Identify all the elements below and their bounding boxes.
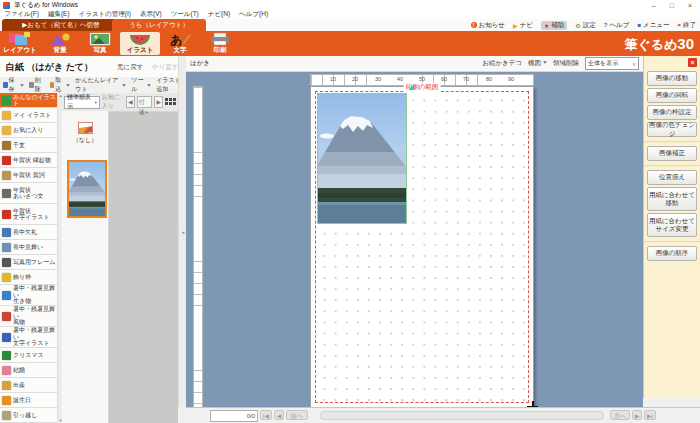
sidebar-item-eto[interactable]: 干支 bbox=[0, 138, 57, 153]
rotation-marker-icon[interactable] bbox=[409, 85, 415, 90]
category-icon bbox=[2, 141, 11, 150]
tag-select[interactable]: 付箋▼ bbox=[137, 96, 153, 108]
import-button[interactable]: 取込 bbox=[50, 76, 71, 94]
help-button[interactable]: ?ヘルプ bbox=[604, 21, 630, 30]
divider bbox=[644, 165, 700, 166]
first-page-button[interactable]: |◀ bbox=[260, 410, 272, 420]
assist-button[interactable]: ★補助 bbox=[541, 21, 567, 30]
page-slider-track[interactable] bbox=[320, 411, 604, 420]
sort-order-select[interactable]: 標準順表示▼ bbox=[64, 96, 100, 109]
image-order-button[interactable]: 画像の順序 bbox=[647, 246, 697, 261]
ribbon-print[interactable]: 印刷 bbox=[200, 32, 240, 55]
app-icon bbox=[3, 2, 10, 9]
sidebar-item-my-illust[interactable]: マイ イラスト bbox=[0, 108, 57, 123]
ribbon-layout[interactable]: レイアウト bbox=[0, 32, 40, 55]
zoom-select[interactable]: 全体を表示∨ bbox=[585, 57, 639, 70]
thumbnail-controls: 標準順表示▼ お気に入り ◀ 付箋▼ ▶ bbox=[62, 93, 178, 112]
image-frame-button[interactable]: 画像の枠設定 bbox=[647, 105, 697, 120]
sidebar-item-nenga-moji[interactable]: 年賀状文字イラスト bbox=[0, 204, 57, 225]
chevron-down-icon: ∨ bbox=[632, 61, 636, 67]
sidebar-item-christmas[interactable]: クリスマス bbox=[0, 348, 57, 363]
sidebar-item-everyones-illust[interactable]: みんなのイラスト bbox=[0, 93, 57, 108]
import-icon bbox=[50, 82, 55, 88]
sidebar-item-mochu-ketsurei[interactable]: 喪中欠礼 bbox=[0, 225, 57, 240]
menu-navi[interactable]: ナビ(N) bbox=[208, 10, 230, 19]
next-page-icon[interactable]: ▶ bbox=[632, 410, 642, 420]
sidebar-item-shochu-moji[interactable]: 暑中・残暑見舞い文字イラスト bbox=[0, 327, 57, 348]
category-icon bbox=[2, 189, 11, 198]
news-button[interactable]: !お知らせ bbox=[471, 21, 505, 30]
composition-button[interactable]: 構図 bbox=[528, 59, 547, 68]
close-panel-icon[interactable]: × bbox=[688, 58, 697, 67]
tag-next-button[interactable]: ▶ bbox=[154, 96, 163, 108]
ribbon-illustration[interactable]: イラスト bbox=[120, 32, 160, 55]
sidebar-item-nenga-engimono[interactable]: 年賀状 縁起物 bbox=[0, 153, 57, 168]
paint-deco-button[interactable]: お絵かきデコ bbox=[482, 59, 522, 68]
sidebar-item-birthday[interactable]: 誕生日 bbox=[0, 393, 57, 408]
save-button[interactable]: 保存 bbox=[3, 76, 24, 94]
sidebar-item-nenga-aisatsu[interactable]: 年賀状あいさつ文 bbox=[0, 183, 57, 204]
menu-illust-manage[interactable]: イラストの管理(I) bbox=[79, 10, 131, 19]
sidebar-item-favorites[interactable]: お気に入り bbox=[0, 123, 57, 138]
app-window: 筆ぐるめ for Windows – □ × ファイル(F) 編集(E) イラス… bbox=[0, 0, 700, 423]
prev-page-button[interactable]: 前へ bbox=[286, 410, 308, 420]
sidebar-item-wedding[interactable]: 結婚 bbox=[0, 363, 57, 378]
favorite-label[interactable]: お気に入り bbox=[102, 93, 124, 111]
svg-text:あ: あ bbox=[170, 33, 182, 46]
sidebar-item-nenga-gashi[interactable]: 年賀状 賀詞 bbox=[0, 168, 57, 183]
tools-button[interactable]: ツール bbox=[131, 76, 151, 94]
sidebar-item-mochu-mimai[interactable]: 喪中見舞い bbox=[0, 240, 57, 255]
sidebar-item-moving[interactable]: 引っ越し bbox=[0, 408, 57, 423]
sidebar-item-shochu-fubutsu[interactable]: 暑中・残暑見舞い風物 bbox=[0, 306, 57, 327]
menu-button[interactable]: ■メニュー bbox=[637, 21, 669, 30]
tab-back-layout[interactable]: うら（レイアウト） bbox=[112, 19, 206, 31]
illustration-panel: 標準順表示▼ お気に入り ◀ 付箋▼ ▶ （なし） bbox=[62, 93, 178, 423]
redo-button[interactable]: やり直す bbox=[152, 63, 178, 72]
delete-button[interactable]: 削除 bbox=[29, 76, 45, 94]
tag-prev-button[interactable]: ◀ bbox=[126, 96, 135, 108]
placed-photo-fuji[interactable] bbox=[317, 93, 407, 224]
menu-view[interactable]: 表示(V) bbox=[140, 10, 162, 19]
sidebar-item-birth[interactable]: 出産 bbox=[0, 378, 57, 393]
fit-move-button[interactable]: 用紙に合わせて移動 bbox=[647, 187, 697, 211]
ribbon-photo[interactable]: 写真 bbox=[80, 32, 120, 55]
close-button[interactable]: × bbox=[688, 2, 692, 9]
resize-handle[interactable] bbox=[527, 401, 538, 407]
thumbnail-fuji-selected[interactable] bbox=[67, 160, 107, 218]
sidebar-item-kazariwaku[interactable]: 飾り枠 bbox=[0, 270, 57, 285]
design-canvas[interactable]: 10 20 30 40 50 60 70 80 90 印刷の範囲 bbox=[186, 72, 643, 407]
gear-icon: ⚙ bbox=[575, 22, 580, 29]
postcard-sheet[interactable]: 印刷の範囲 bbox=[310, 86, 534, 407]
grid-view-icon[interactable] bbox=[165, 98, 176, 106]
easy-layout-button[interactable]: かんたんレイアウト bbox=[75, 76, 126, 94]
align-position-button[interactable]: 位置揃え bbox=[647, 170, 697, 185]
settings-button[interactable]: ⚙設定 bbox=[575, 21, 595, 30]
fit-resize-button[interactable]: 用紙に合わせてサイズ変更 bbox=[647, 213, 697, 237]
navi-button[interactable]: ▶ナビ bbox=[513, 21, 533, 30]
menu-tools[interactable]: ツール(T) bbox=[171, 10, 199, 19]
menu-help[interactable]: ヘルプ(H) bbox=[239, 10, 268, 19]
category-icon bbox=[2, 312, 11, 321]
color-change-button[interactable]: 画像の色チェンジ bbox=[647, 122, 697, 137]
vertical-ruler bbox=[193, 86, 203, 407]
undo-button[interactable]: 元に戻す bbox=[117, 63, 143, 72]
exit-button[interactable]: ×終了 bbox=[677, 21, 696, 30]
ribbon-background[interactable]: 背景 bbox=[40, 32, 80, 55]
rotate-image-button[interactable]: 画像の回転 bbox=[647, 88, 697, 103]
image-correction-button[interactable]: 画像補正 bbox=[647, 146, 697, 161]
next-page-button[interactable]: 次へ bbox=[610, 410, 630, 420]
ribbon-text[interactable]: あ 文字 bbox=[160, 32, 200, 55]
collapse-arrow-icon: ◂ bbox=[182, 229, 185, 235]
prev-page-icon[interactable]: ◀ bbox=[274, 410, 284, 420]
menu-edit[interactable]: 編集(E) bbox=[48, 10, 70, 19]
last-page-button[interactable]: ▶| bbox=[644, 410, 656, 420]
sidebar-item-photo-frame[interactable]: 写真用フレーム bbox=[0, 255, 57, 270]
tab-front-address[interactable]: ▶おもて（宛て名）へ切替 bbox=[2, 19, 120, 31]
menu-file[interactable]: ファイル(F) bbox=[4, 10, 39, 19]
thumbnail-none[interactable]: （なし） bbox=[62, 111, 108, 155]
move-image-button[interactable]: 画像の移動 bbox=[647, 71, 697, 86]
maximize-button[interactable]: □ bbox=[670, 2, 674, 9]
minimize-button[interactable]: – bbox=[652, 2, 656, 9]
sidebar-item-shochu-ikimono[interactable]: 暑中・残暑見舞い生き物 bbox=[0, 285, 57, 306]
remove-area-button[interactable]: 領域削除 bbox=[553, 59, 579, 68]
